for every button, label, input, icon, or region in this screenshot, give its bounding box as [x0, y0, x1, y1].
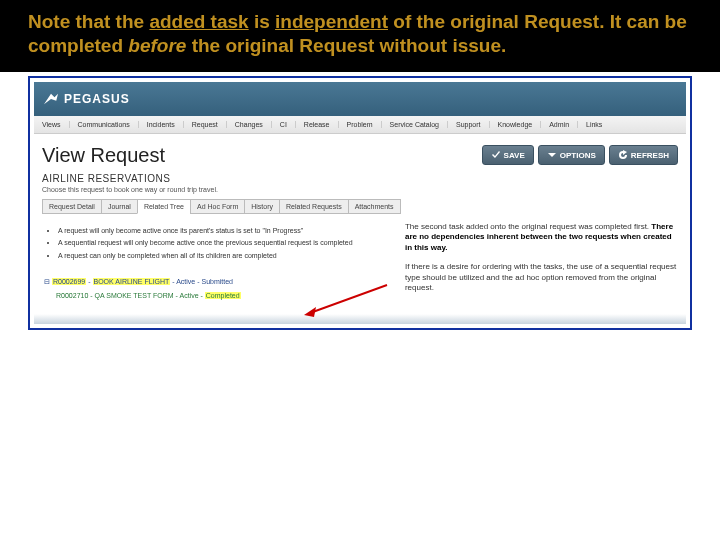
- tab-related-tree[interactable]: Related Tree: [137, 199, 191, 214]
- refresh-icon: [618, 150, 628, 160]
- menu-links[interactable]: Links: [578, 121, 610, 128]
- chevron-down-icon: [547, 150, 557, 160]
- section-subtitle: Choose this request to book one way or r…: [34, 184, 686, 199]
- side-p1a: The second task added onto the original …: [405, 222, 651, 231]
- tab-related-requests[interactable]: Related Requests: [279, 199, 349, 214]
- menu-admin[interactable]: Admin: [541, 121, 578, 128]
- app-header: PEGASUS: [34, 82, 686, 116]
- task-name: QA SMOKE TEST FORM: [95, 292, 174, 299]
- menu-release[interactable]: Release: [296, 121, 339, 128]
- menu-views[interactable]: Views: [34, 121, 70, 128]
- menu-support[interactable]: Support: [448, 121, 490, 128]
- app-screenshot: PEGASUS Views Communications Incidents R…: [28, 76, 692, 331]
- tab-request-detail[interactable]: Request Detail: [42, 199, 102, 214]
- task-id: R0002699: [52, 278, 86, 285]
- page-heading-row: View Request SAVE OPTIONS REFRESH: [34, 134, 686, 173]
- svg-marker-1: [304, 307, 316, 317]
- task-sep: -: [86, 278, 92, 285]
- pegasus-icon: [42, 92, 60, 106]
- note-mid1: is: [249, 11, 275, 32]
- page-title: View Request: [42, 144, 165, 167]
- refresh-label: REFRESH: [631, 151, 669, 160]
- menu-changes[interactable]: Changes: [227, 121, 272, 128]
- options-button[interactable]: OPTIONS: [538, 145, 605, 165]
- menu-communications[interactable]: Communications: [70, 121, 139, 128]
- brand-name: PEGASUS: [64, 92, 130, 106]
- top-menu: Views Communications Incidents Request C…: [34, 116, 686, 134]
- note-banner: Note that the added task is independent …: [0, 0, 720, 72]
- left-column: A request will only become active once i…: [42, 222, 397, 303]
- rules-list: A request will only become active once i…: [42, 222, 397, 276]
- task-id: R0002710: [56, 292, 88, 299]
- note-before: before: [128, 35, 186, 56]
- right-column: The second task added onto the original …: [405, 222, 678, 303]
- check-icon: [491, 150, 501, 160]
- callout-arrow-icon: [302, 283, 392, 323]
- note-independent: independent: [275, 11, 388, 32]
- task-name: BOOK AIRLINE FLIGHT: [93, 278, 171, 285]
- app-logo: PEGASUS: [34, 92, 130, 106]
- tab-journal[interactable]: Journal: [101, 199, 138, 214]
- note-added-task: added task: [149, 11, 248, 32]
- save-label: SAVE: [504, 151, 525, 160]
- note-pre: Note that the: [28, 11, 149, 32]
- slide: Note that the added task is independent …: [0, 0, 720, 540]
- rule-item: A request will only become active once i…: [58, 226, 393, 237]
- menu-knowledge[interactable]: Knowledge: [490, 121, 542, 128]
- menu-incidents[interactable]: Incidents: [139, 121, 184, 128]
- rule-item: A request can only be completed when all…: [58, 251, 393, 262]
- menu-service-catalog[interactable]: Service Catalog: [382, 121, 448, 128]
- section-title: AIRLINE RESERVATIONS: [34, 173, 686, 184]
- task-status2: Submitted: [201, 278, 233, 285]
- action-buttons: SAVE OPTIONS REFRESH: [482, 145, 678, 165]
- tree-toggle[interactable]: ⊟: [44, 278, 52, 285]
- save-button[interactable]: SAVE: [482, 145, 534, 165]
- task-status-completed: Completed: [205, 292, 241, 299]
- tab-attachments[interactable]: Attachments: [348, 199, 401, 214]
- svg-line-0: [310, 285, 387, 313]
- options-label: OPTIONS: [560, 151, 596, 160]
- note-post: the original Request without issue.: [186, 35, 506, 56]
- side-paragraph-2: If there is a desire for ordering with t…: [405, 262, 678, 294]
- task-tree: ⊟ R0002699 - BOOK AIRLINE FLIGHT - Activ…: [42, 275, 397, 302]
- rule-item: A sequential request will only become ac…: [58, 238, 393, 249]
- content-row: A request will only become active once i…: [34, 214, 686, 311]
- task-status: - Active -: [174, 292, 205, 299]
- tab-row: Request Detail Journal Related Tree Ad H…: [34, 199, 686, 214]
- task-status: - Active -: [170, 278, 201, 285]
- side-paragraph-1: The second task added onto the original …: [405, 222, 678, 254]
- menu-problem[interactable]: Problem: [339, 121, 382, 128]
- note-text: Note that the added task is independent …: [28, 10, 692, 58]
- refresh-button[interactable]: REFRESH: [609, 145, 678, 165]
- menu-request[interactable]: Request: [184, 121, 227, 128]
- tab-history[interactable]: History: [244, 199, 280, 214]
- menu-ci[interactable]: CI: [272, 121, 296, 128]
- tab-adhoc-form[interactable]: Ad Hoc Form: [190, 199, 245, 214]
